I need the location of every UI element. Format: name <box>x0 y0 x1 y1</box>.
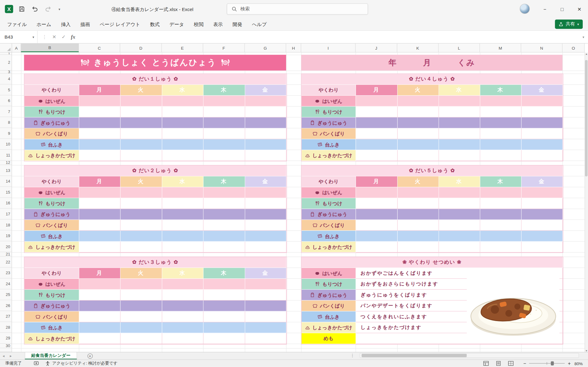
duty-cell[interactable] <box>162 128 204 139</box>
legend-role-header[interactable]: パンくばり <box>301 301 356 312</box>
column-header-A[interactable]: A <box>12 44 21 52</box>
duty-cell[interactable] <box>79 107 120 118</box>
duty-cell[interactable] <box>79 150 120 161</box>
duty-cell[interactable] <box>245 150 287 161</box>
row-header-9[interactable]: 9 <box>0 128 12 139</box>
row-header-30[interactable]: 30 <box>0 344 12 348</box>
duty-cell[interactable] <box>480 198 521 209</box>
role-column-header[interactable]: やくわり <box>25 85 79 96</box>
duty-cell[interactable] <box>204 187 245 198</box>
ribbon-tab-5[interactable]: 数式 <box>145 18 165 31</box>
duty-cell[interactable] <box>480 139 521 150</box>
duty-cell[interactable] <box>356 107 398 118</box>
column-header-O[interactable]: O <box>563 44 585 52</box>
row-header-5[interactable]: 5 <box>0 85 12 96</box>
column-header-E[interactable]: E <box>162 44 203 52</box>
role-header[interactable]: はいぜん <box>25 96 79 107</box>
duty-cell[interactable] <box>480 209 521 220</box>
duty-cell[interactable] <box>204 220 245 231</box>
role-header[interactable]: ぎゅうにゅう <box>301 117 356 128</box>
ribbon-tab-0[interactable]: ファイル <box>2 18 32 31</box>
curry-rice-image[interactable] <box>467 273 559 342</box>
duty-cell[interactable] <box>245 139 287 150</box>
duty-cell[interactable] <box>398 117 439 128</box>
day-header-1[interactable]: 月 <box>356 176 398 187</box>
duty-cell[interactable] <box>79 279 120 290</box>
row-header-21[interactable]: 21 <box>0 252 12 257</box>
role-header[interactable]: はいぜん <box>25 279 79 290</box>
role-header[interactable]: 台ふき <box>25 231 79 242</box>
row-header-12[interactable]: 12 <box>0 161 12 165</box>
duty-cell[interactable] <box>356 198 398 209</box>
row-header-1[interactable]: 1 <box>0 52 12 55</box>
day-header-4[interactable]: 木 <box>204 85 245 96</box>
duty-cell[interactable] <box>398 209 439 220</box>
duty-cell[interactable] <box>120 209 162 220</box>
duty-cell[interactable] <box>204 209 245 220</box>
column-header-M[interactable]: M <box>480 44 521 52</box>
add-sheet-button[interactable]: + <box>87 353 93 358</box>
duty-cell[interactable] <box>162 187 204 198</box>
duty-cell[interactable] <box>120 198 162 209</box>
duty-cell[interactable] <box>245 333 287 344</box>
duty-cell[interactable] <box>120 150 162 161</box>
duty-cell[interactable] <box>120 301 162 312</box>
duty-cell[interactable] <box>439 150 480 161</box>
duty-cell[interactable] <box>356 128 398 139</box>
duty-cell[interactable] <box>245 312 287 323</box>
role-header[interactable]: 台ふき <box>301 231 356 242</box>
duty-cell[interactable] <box>204 279 245 290</box>
row-header-27[interactable]: 27 <box>0 311 12 322</box>
duty-cell[interactable] <box>120 117 162 128</box>
row-header-pad[interactable] <box>0 348 12 352</box>
duty-cell[interactable] <box>120 220 162 231</box>
role-header[interactable]: はいぜん <box>301 187 356 198</box>
qat-customize-chevron-icon[interactable]: ▾ <box>59 7 60 11</box>
duty-cell[interactable] <box>398 231 439 242</box>
duty-cell[interactable] <box>162 198 204 209</box>
normal-view-icon[interactable] <box>483 361 489 366</box>
duty-cell[interactable] <box>204 301 245 312</box>
role-header[interactable]: しょっきかたづけ <box>25 150 79 161</box>
row-header-20[interactable]: 20 <box>0 241 12 252</box>
duty-cell[interactable] <box>162 290 204 301</box>
column-header-I[interactable]: I <box>301 44 356 52</box>
macro-record-icon[interactable] <box>34 361 39 366</box>
role-header[interactable]: ぎゅうにゅう <box>25 209 79 220</box>
duty-cell[interactable] <box>521 198 563 209</box>
duty-cell[interactable] <box>120 290 162 301</box>
duty-cell[interactable] <box>120 96 162 107</box>
duty-cell[interactable] <box>439 187 480 198</box>
week-title[interactable]: ✿ だい１しゅう ✿ <box>25 74 287 85</box>
formula-bar-expand-icon[interactable]: ▾ <box>579 35 588 39</box>
role-header[interactable]: ぎゅうにゅう <box>301 209 356 220</box>
duty-cell[interactable] <box>356 187 398 198</box>
duty-cell[interactable] <box>162 231 204 242</box>
legend-role-header[interactable]: ぎゅうにゅう <box>301 290 356 301</box>
duty-cell[interactable] <box>162 117 204 128</box>
duty-cell[interactable] <box>480 231 521 242</box>
select-all-corner[interactable] <box>0 44 12 52</box>
page-layout-view-icon[interactable] <box>495 361 501 366</box>
horizontal-scrollbar-thumb[interactable] <box>361 354 467 357</box>
zoom-in-icon[interactable]: + <box>568 361 571 366</box>
duty-cell[interactable] <box>162 209 204 220</box>
duty-cell[interactable] <box>521 128 563 139</box>
role-header[interactable]: しょっきかたづけ <box>301 150 356 161</box>
week-title[interactable]: ✿ だい３しゅう ✿ <box>25 257 287 268</box>
duty-cell[interactable] <box>162 301 204 312</box>
role-header[interactable]: 台ふき <box>25 322 79 333</box>
duty-cell[interactable] <box>439 198 480 209</box>
duty-cell[interactable] <box>439 96 480 107</box>
row-header-18[interactable]: 18 <box>0 219 12 230</box>
duty-cell[interactable] <box>521 209 563 220</box>
duty-cell[interactable] <box>204 128 245 139</box>
duty-cell[interactable] <box>162 279 204 290</box>
duty-cell[interactable] <box>245 290 287 301</box>
duty-cell[interactable] <box>480 117 521 128</box>
ribbon-tab-9[interactable]: 開発 <box>228 18 247 31</box>
duty-cell[interactable] <box>245 231 287 242</box>
row-header-17[interactable]: 17 <box>0 209 12 220</box>
week-title[interactable]: ✿ だい５しゅう ✿ <box>301 165 563 176</box>
duty-cell[interactable] <box>521 150 563 161</box>
